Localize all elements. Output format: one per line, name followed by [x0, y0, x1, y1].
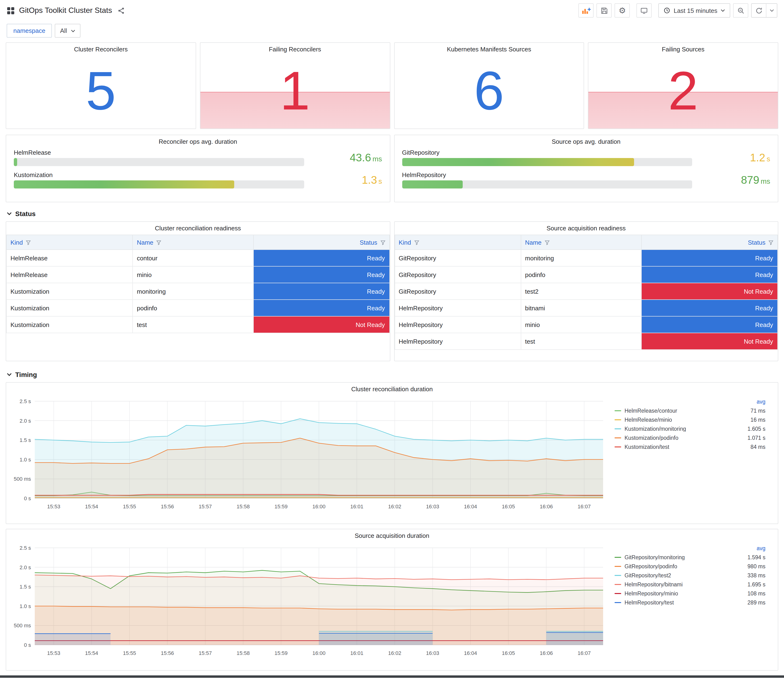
panel-title[interactable]: Kubernetes Manifests Sources	[394, 43, 584, 56]
legend-item-kustomization-monitoring[interactable]: Kustomization/monitoring1.605 s	[614, 424, 767, 433]
panel-cluster-reconciliation-duration: Cluster reconciliation duration15:5315:5…	[6, 382, 778, 524]
legend-avg-header[interactable]: avg	[614, 398, 767, 406]
cell-name: monitoring	[133, 283, 253, 300]
gauge-row-gitrepository: GitRepository1.2s	[402, 149, 770, 166]
legend-series-marker	[614, 602, 621, 603]
x-axis-label: 16:01	[350, 503, 364, 510]
variable-namespace-label[interactable]: namespace	[6, 24, 52, 38]
x-axis-label: 15:53	[47, 650, 60, 656]
x-axis-label: 15:59	[274, 503, 287, 510]
filter-icon[interactable]	[544, 240, 550, 245]
legend-item-helmrepository-bitnami[interactable]: HelmRepository/bitnami1.695 s	[614, 580, 767, 589]
panel-title[interactable]: Failing Reconcilers	[200, 43, 390, 56]
panel-title[interactable]: Source acquisition readiness	[394, 222, 778, 235]
legend-series-name: HelmRepository/test	[625, 600, 674, 605]
legend-item-helmrepository-minio[interactable]: HelmRepository/minio108 ms	[614, 589, 767, 598]
x-axis-label: 15:54	[85, 503, 98, 510]
legend-series-avg: 289 ms	[747, 600, 765, 605]
gauges-row: Reconciler ops avg. durationHelmRelease4…	[6, 135, 778, 202]
time-range-label: Last 15 minutes	[673, 7, 717, 14]
panel-title[interactable]: Source acquisition duration	[6, 529, 778, 542]
legend-series-name: Kustomization/podinfo	[625, 435, 678, 441]
chart-canvas[interactable]: 15:5315:5415:5515:5615:5715:5815:5916:00…	[10, 396, 610, 513]
refresh-button-group	[751, 3, 778, 18]
x-axis-label: 16:06	[540, 650, 553, 656]
status-badge: Ready	[254, 300, 389, 316]
cell-name: test2	[521, 283, 642, 300]
cell-status: Ready	[642, 300, 778, 316]
gauge-label: Kustomization	[14, 172, 304, 178]
refresh-button[interactable]	[752, 4, 766, 17]
dashboard-settings-button[interactable]: ⚙	[614, 3, 630, 18]
cell-name: contour	[133, 250, 253, 266]
legend-item-gitrepository-podinfo[interactable]: GitRepository/podinfo980 ms	[614, 562, 767, 571]
x-axis-label: 15:56	[161, 650, 174, 656]
save-dashboard-button[interactable]	[596, 3, 612, 18]
apps-grid-icon[interactable]	[6, 6, 15, 14]
column-header-name[interactable]: Name	[133, 235, 253, 250]
legend-series-marker	[614, 556, 621, 558]
column-header-label: Status	[748, 239, 765, 246]
status-badge: Ready	[254, 283, 389, 299]
panel-title[interactable]: Cluster reconciliation duration	[6, 383, 778, 396]
timeseries-plot[interactable]: 15:5315:5415:5515:5615:5715:5815:5916:00…	[10, 543, 610, 661]
cycle-view-button[interactable]	[636, 3, 652, 18]
filter-icon[interactable]	[768, 240, 774, 245]
cell-kind: GitRepository	[394, 283, 521, 300]
y-axis-label: 0 s	[24, 495, 31, 502]
variable-namespace-dropdown[interactable]: All	[55, 24, 80, 38]
gauge-value-unit: s	[378, 177, 382, 185]
filter-icon[interactable]	[156, 240, 161, 245]
timeseries-plot[interactable]: 15:5315:5415:5515:5615:5715:5815:5916:00…	[10, 396, 610, 515]
legend-series-avg: 1.695 s	[747, 581, 765, 587]
template-variables-row: namespace All	[0, 20, 784, 42]
table-row: HelmRepositorytestNot Ready	[394, 333, 778, 350]
section-timing[interactable]: Timing	[6, 371, 778, 378]
stat-value: 1	[200, 64, 390, 118]
column-header-status[interactable]: Status	[642, 235, 778, 250]
column-header-label: Status	[360, 239, 377, 246]
panel-title[interactable]: Reconciler ops avg. duration	[6, 135, 390, 148]
filter-icon[interactable]	[26, 240, 31, 245]
panel-title[interactable]: Cluster reconciliation readiness	[6, 222, 390, 235]
stat-panel-failing-sources: Failing Sources2	[588, 42, 779, 129]
filter-icon[interactable]	[380, 240, 385, 245]
column-header-name[interactable]: Name	[521, 235, 642, 250]
filter-icon[interactable]	[414, 240, 419, 245]
legend-series-marker	[614, 428, 621, 429]
table-panel-source-acquisition-readiness: Source acquisition readinessKindNameStat…	[394, 221, 778, 361]
panel-title[interactable]: Failing Sources	[588, 43, 778, 56]
add-panel-button[interactable]	[578, 3, 593, 18]
time-range-picker[interactable]: Last 15 minutes	[658, 3, 730, 18]
legend-item-kustomization-test[interactable]: Kustomization/test84 ms	[614, 442, 767, 451]
y-axis-label: 1.5 s	[19, 437, 31, 443]
legend-series-name: HelmRelease/minio	[625, 417, 672, 422]
legend-item-helmrelease-contour[interactable]: HelmRelease/contour71 ms	[614, 406, 767, 415]
column-header-kind[interactable]: Kind	[6, 235, 133, 250]
zoom-out-button[interactable]	[733, 3, 748, 18]
panel-title[interactable]: Cluster Reconcilers	[6, 43, 196, 56]
y-axis-label: 500 ms	[14, 622, 31, 628]
gauge-bar	[402, 158, 634, 166]
gauge-label: HelmRelease	[14, 149, 304, 156]
share-icon[interactable]	[118, 7, 125, 14]
stat-panel-kubernetes-manifests-sources: Kubernetes Manifests Sources6	[394, 42, 584, 129]
refresh-interval-dropdown[interactable]	[766, 4, 777, 17]
legend-item-gitrepository-test2[interactable]: GitRepository/test2338 ms	[614, 571, 767, 580]
legend-item-kustomization-podinfo[interactable]: Kustomization/podinfo1.071 s	[614, 433, 767, 442]
status-badge: Ready	[254, 266, 389, 283]
cell-kind: HelmRelease	[6, 250, 133, 266]
x-axis-label: 16:00	[312, 503, 325, 510]
legend-item-helmrelease-minio[interactable]: HelmRelease/minio16 ms	[614, 415, 767, 424]
section-status[interactable]: Status	[6, 210, 778, 218]
column-header-kind[interactable]: Kind	[394, 235, 521, 250]
chart-canvas[interactable]: 15:5315:5415:5515:5615:5715:5815:5916:00…	[10, 543, 610, 659]
legend-item-gitrepository-monitoring[interactable]: GitRepository/monitoring1.594 s	[614, 553, 767, 562]
legend-avg-header[interactable]: avg	[614, 545, 767, 553]
status-badge: Ready	[642, 300, 778, 316]
legend-item-helmrepository-test[interactable]: HelmRepository/test289 ms	[614, 598, 767, 607]
status-badge: Not Ready	[642, 283, 778, 299]
column-header-status[interactable]: Status	[253, 235, 390, 250]
legend-series-marker	[614, 566, 621, 567]
panel-title[interactable]: Source ops avg. duration	[394, 135, 778, 148]
